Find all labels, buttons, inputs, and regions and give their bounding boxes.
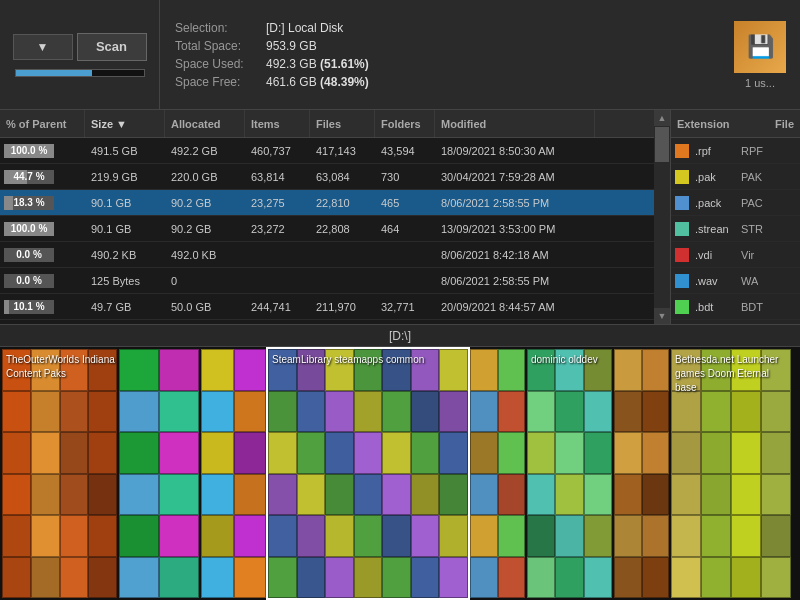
scan-button[interactable]: Scan: [77, 33, 147, 61]
folders-cell: 464: [375, 223, 435, 235]
pct-text: 44.7 %: [4, 170, 54, 184]
treemap-item[interactable]: [201, 349, 266, 598]
mosaic-cell: [411, 474, 440, 516]
table-row[interactable]: 0.0 % 490.2 KB492.0 KB8/06/2021 8:42:18 …: [0, 242, 654, 268]
ext-col-name: Extension: [677, 118, 730, 130]
items-cell: 63,814: [245, 171, 310, 183]
treemap-item[interactable]: dominic olddev: [527, 349, 612, 598]
table-scrollbar[interactable]: ▲ ▼: [654, 110, 670, 324]
mosaic-cell: [268, 432, 297, 474]
col-header-modified[interactable]: Modified: [435, 110, 595, 137]
mosaic-cell: [614, 432, 642, 474]
drive-info-panel: Selection: [D:] Local Disk Total Space: …: [160, 0, 720, 109]
mosaic-cell: [470, 432, 498, 474]
mosaic-cell: [584, 349, 612, 391]
ext-row[interactable]: .wavWA: [671, 268, 800, 294]
pct-cell: 0.0 %: [0, 274, 85, 288]
ext-color-swatch: [675, 248, 689, 262]
table-row[interactable]: 18.3 % 90.1 GB90.2 GB23,27522,8104658/06…: [0, 190, 654, 216]
drive-icon-area: 💾 1 us...: [720, 0, 800, 109]
scroll-track[interactable]: [654, 126, 670, 308]
table-row[interactable]: 0.0 % 125 Bytes08/06/2021 2:58:55 PM: [0, 268, 654, 294]
col-header-items[interactable]: Items: [245, 110, 310, 137]
ext-row[interactable]: .streanSTR: [671, 216, 800, 242]
mosaic-cell: [88, 432, 117, 474]
file-table: % of Parent Size ▼ Allocated Items Files…: [0, 110, 654, 324]
mosaic-cell: [234, 391, 267, 433]
mosaic-cell: [761, 391, 791, 433]
col-header-allocated[interactable]: Allocated: [165, 110, 245, 137]
mosaic-cell: [527, 391, 555, 433]
scroll-thumb[interactable]: [655, 127, 669, 162]
mosaic-cell: [297, 515, 326, 557]
mosaic-cell: [761, 557, 791, 599]
files-cell: 211,970: [310, 301, 375, 313]
mosaic-cell: [701, 391, 731, 433]
drive-icon[interactable]: 💾: [734, 21, 786, 73]
treemap-item[interactable]: Bethesda.net Launcher games Doom Eternal…: [671, 349, 791, 598]
mosaic-cell: [268, 474, 297, 516]
table-row[interactable]: 100.0 % 90.1 GB90.2 GB23,27222,80846413/…: [0, 216, 654, 242]
mosaic-cell: [411, 515, 440, 557]
pct-cell: 10.1 %: [0, 300, 85, 314]
mosaic-cell: [60, 391, 89, 433]
mosaic-cell: [701, 474, 731, 516]
pct-text: 18.3 %: [4, 196, 54, 210]
mosaic-cell: [201, 432, 234, 474]
treemap-item[interactable]: [119, 349, 199, 598]
files-cell: 22,808: [310, 223, 375, 235]
table-row[interactable]: 44.7 % 219.9 GB220.0 GB63,81463,08473030…: [0, 164, 654, 190]
col-header-size[interactable]: Size ▼: [85, 110, 165, 137]
mosaic-cell: [60, 474, 89, 516]
mosaic-cell: [642, 474, 670, 516]
ext-row[interactable]: .bdtBDT: [671, 294, 800, 320]
scroll-down-button[interactable]: ▼: [654, 308, 670, 324]
treemap-item[interactable]: SteamLibrary steamapps common: [268, 349, 468, 598]
mosaic-cell: [498, 432, 526, 474]
mosaic-cell: [614, 349, 642, 391]
treemap-item[interactable]: [614, 349, 669, 598]
ext-row[interactable]: .rpfRPF: [671, 138, 800, 164]
treemap-mosaic: [527, 349, 612, 598]
pct-text: 100.0 %: [4, 222, 54, 236]
mosaic-cell: [354, 515, 383, 557]
mosaic-cell: [31, 474, 60, 516]
mosaic-cell: [498, 515, 526, 557]
table-row[interactable]: 100.0 % 491.5 GB492.2 GB460,737417,14343…: [0, 138, 654, 164]
ext-row[interactable]: .vdiVir: [671, 242, 800, 268]
treemap-item[interactable]: TheOuterWorlds Indiana Content Paks: [2, 349, 117, 598]
space-used-label: Space Used:: [175, 57, 260, 71]
mosaic-cell: [60, 432, 89, 474]
mosaic-cell: [439, 557, 468, 599]
modified-cell: 8/06/2021 2:58:55 PM: [435, 197, 595, 209]
file-table-area: % of Parent Size ▼ Allocated Items Files…: [0, 110, 800, 325]
col-header-folders[interactable]: Folders: [375, 110, 435, 137]
files-cell: 22,810: [310, 197, 375, 209]
mosaic-cell: [731, 474, 761, 516]
scroll-up-button[interactable]: ▲: [654, 110, 670, 126]
table-row[interactable]: 10.1 % 49.7 GB50.0 GB244,741211,97032,77…: [0, 294, 654, 320]
col-header-parent[interactable]: % of Parent: [0, 110, 85, 137]
mosaic-cell: [88, 391, 117, 433]
treemap-item[interactable]: [470, 349, 525, 598]
alloc-cell: 492.2 GB: [165, 145, 245, 157]
mosaic-cell: [555, 515, 583, 557]
size-cell: 219.9 GB: [85, 171, 165, 183]
mosaic-cell: [159, 515, 199, 557]
mosaic-cell: [2, 432, 31, 474]
mosaic-cell: [671, 474, 701, 516]
mosaic-cell: [470, 474, 498, 516]
ext-row[interactable]: .pakPAK: [671, 164, 800, 190]
col-header-files[interactable]: Files: [310, 110, 375, 137]
space-used-value: 492.3 GB (51.61%): [266, 57, 369, 71]
ext-row[interactable]: .packPAC: [671, 190, 800, 216]
mosaic-cell: [671, 432, 701, 474]
pct-cell: 0.0 %: [0, 248, 85, 262]
total-space-label: Total Space:: [175, 39, 260, 53]
mosaic-cell: [297, 474, 326, 516]
ext-name: .pak: [695, 171, 735, 183]
mosaic-cell: [88, 557, 117, 599]
drive-dropdown[interactable]: ▼: [13, 34, 73, 60]
mosaic-cell: [31, 515, 60, 557]
pct-cell: 100.0 %: [0, 144, 85, 158]
